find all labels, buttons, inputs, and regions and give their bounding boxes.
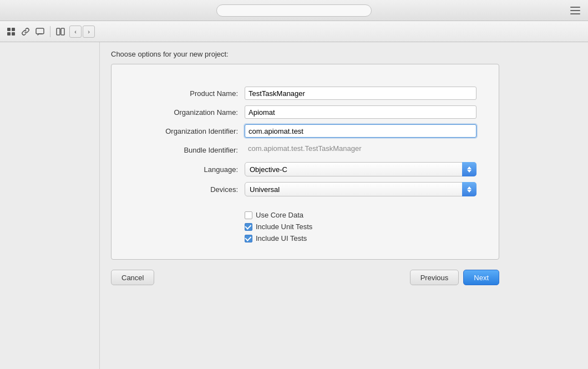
svg-rect-4 — [36, 28, 44, 34]
bundle-id-value: com.apiomat.test.TestTaskManager — [245, 143, 477, 156]
use-core-data-row: Use Core Data — [245, 211, 477, 219]
nav-button-group: Previous Next — [410, 270, 499, 285]
form-area: Product Name: Organization Name: Organiz… — [111, 81, 499, 208]
org-name-input[interactable] — [245, 105, 477, 119]
checkboxes-area: Use Core Data Include Unit Tests Include… — [111, 208, 499, 242]
cancel-button[interactable]: Cancel — [111, 270, 154, 285]
svg-rect-3 — [12, 32, 15, 36]
language-select-wrapper: Objective-C Swift — [245, 162, 477, 176]
sidebar — [0, 42, 100, 369]
include-unit-tests-label: Include Unit Tests — [256, 223, 312, 231]
bundle-id-row: Bundle Identifier: com.apiomat.test.Test… — [134, 143, 477, 156]
org-id-label: Organization Identifier: — [134, 127, 245, 135]
panels-icon[interactable] — [55, 26, 66, 37]
grid-icon[interactable] — [6, 26, 17, 37]
dialog: Product Name: Organization Name: Organiz… — [111, 64, 499, 260]
top-bar — [0, 0, 588, 21]
language-label: Language: — [134, 165, 245, 174]
language-select[interactable]: Objective-C Swift — [245, 162, 477, 176]
toolbar-divider — [50, 26, 50, 37]
svg-rect-6 — [61, 28, 64, 35]
forward-button[interactable]: › — [83, 26, 95, 38]
include-unit-tests-row: Include Unit Tests — [245, 223, 477, 231]
menu-icon[interactable] — [570, 7, 580, 14]
include-ui-tests-row: Include UI Tests — [245, 234, 477, 242]
next-button[interactable]: Next — [463, 270, 499, 285]
chat-icon[interactable] — [34, 26, 45, 37]
search-input[interactable] — [216, 4, 372, 17]
svg-rect-5 — [57, 28, 60, 35]
back-button[interactable]: ‹ — [69, 26, 82, 38]
org-id-input[interactable] — [245, 124, 477, 138]
product-name-input[interactable] — [245, 87, 477, 100]
product-name-row: Product Name: — [134, 87, 477, 100]
use-core-data-checkbox[interactable] — [245, 211, 252, 219]
dialog-title: Choose options for your new project: — [100, 42, 240, 64]
link-icon[interactable] — [20, 26, 31, 37]
devices-label: Devices: — [134, 185, 245, 194]
use-core-data-label: Use Core Data — [256, 211, 303, 219]
svg-rect-0 — [7, 28, 11, 31]
include-ui-tests-label: Include UI Tests — [256, 234, 307, 242]
svg-rect-2 — [7, 32, 11, 36]
include-ui-tests-checkbox[interactable] — [245, 235, 252, 242]
devices-select[interactable]: Universal iPhone iPad — [245, 182, 477, 196]
dialog-area: Choose options for your new project: Pro… — [100, 42, 588, 369]
devices-row: Devices: Universal iPhone iPad — [134, 182, 477, 196]
nav-buttons: ‹ › — [69, 26, 95, 38]
org-id-row: Organization Identifier: — [134, 124, 477, 138]
previous-button[interactable]: Previous — [410, 270, 459, 285]
svg-rect-1 — [12, 28, 15, 31]
language-row: Language: Objective-C Swift — [134, 162, 477, 176]
org-name-label: Organization Name: — [134, 108, 245, 117]
org-name-row: Organization Name: — [134, 105, 477, 119]
toolbar: ‹ › — [0, 21, 588, 42]
devices-select-wrapper: Universal iPhone iPad — [245, 182, 477, 196]
bundle-id-label: Bundle Identifier: — [134, 146, 245, 154]
product-name-label: Product Name: — [134, 89, 245, 98]
dialog-footer: Cancel Previous Next — [100, 262, 510, 293]
include-unit-tests-checkbox[interactable] — [245, 223, 252, 231]
main-area: Choose options for your new project: Pro… — [0, 42, 588, 369]
